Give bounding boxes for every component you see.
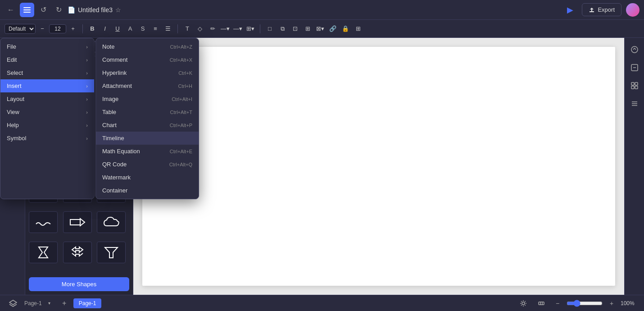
main-menu-button[interactable]	[20, 3, 34, 17]
italic-button[interactable]: I	[99, 23, 111, 35]
menu-item-edit[interactable]: Edit ›	[0, 53, 94, 66]
main-area: Symbols Graphs T Text More	[0, 38, 644, 295]
shape-cloud[interactable]	[97, 211, 126, 233]
shape-arrow-rect[interactable]	[63, 211, 92, 233]
stroke-button[interactable]: —▾	[232, 23, 244, 35]
shape-funnel[interactable]	[97, 242, 126, 263]
font-size-increase[interactable]: +	[67, 23, 79, 35]
font-color-button[interactable]: A	[124, 23, 136, 35]
add-page-button[interactable]: +	[59, 298, 70, 309]
insert-submenu: Note Ctrl+Alt+Z Comment Ctrl+Alt+X Hyper…	[95, 38, 199, 199]
zoom-out-button[interactable]: −	[552, 298, 563, 309]
page-name: Page-1	[24, 300, 42, 306]
submenu-hyperlink[interactable]: Hyperlink Ctrl+K	[96, 66, 199, 79]
svg-rect-2	[23, 12, 31, 13]
sep2	[177, 24, 178, 33]
menu-item-file[interactable]: File ›	[0, 40, 94, 53]
menu-item-insert[interactable]: Insert ›	[0, 79, 94, 92]
text-tool-button[interactable]: T	[181, 23, 193, 35]
submenu-timeline[interactable]: Timeline	[96, 132, 199, 145]
strikethrough-button[interactable]: S	[137, 23, 149, 35]
top-bar-left: ← ↺ ↻ 📄 Untitled file3 ☆	[5, 3, 121, 17]
menu-item-symbol[interactable]: Symbol ›	[0, 132, 94, 145]
table-button[interactable]: ⊞	[352, 23, 364, 35]
star-icon[interactable]: ☆	[115, 6, 121, 14]
bold-button[interactable]: B	[86, 23, 98, 35]
submenu-chart[interactable]: Chart Ctrl+Alt+P	[96, 119, 199, 132]
right-grid-button[interactable]	[626, 78, 643, 94]
shape-copy-button[interactable]: ⧉	[277, 23, 288, 35]
line-style-button[interactable]: —▾	[219, 23, 231, 35]
svg-rect-43	[631, 86, 634, 89]
menu-item-help[interactable]: Help ›	[0, 119, 94, 132]
canvas-area[interactable]	[133, 38, 624, 295]
menu-item-select[interactable]: Select ›	[0, 66, 94, 79]
svg-point-49	[522, 302, 525, 305]
right-properties-button[interactable]	[626, 41, 643, 58]
border-button[interactable]: ⊞▾	[245, 23, 256, 35]
svg-rect-50	[539, 302, 544, 305]
back-button[interactable]: ←	[5, 4, 17, 16]
font-size-decrease[interactable]: −	[36, 23, 48, 35]
font-family-select[interactable]: Default	[5, 24, 36, 34]
submenu-comment[interactable]: Comment Ctrl+Alt+X	[96, 53, 199, 66]
shape-hourglass[interactable]	[29, 242, 58, 263]
canvas-content	[142, 47, 615, 286]
link-button[interactable]: 🔗	[327, 23, 339, 35]
svg-rect-0	[23, 7, 31, 8]
shape-fit-button[interactable]: ⊡	[289, 23, 301, 35]
bottom-left-icons	[5, 297, 21, 309]
page-dropdown-arrow[interactable]: ▾	[44, 297, 55, 309]
zoom-level: 100%	[621, 300, 639, 306]
zoom-in-button[interactable]: +	[606, 298, 617, 309]
fill-button[interactable]: ◇	[194, 23, 206, 35]
dropdown-overlay: File › Edit › Select › Insert › Layout ›…	[0, 38, 199, 199]
undo-button[interactable]: ↺	[37, 4, 50, 16]
shape-expand-button[interactable]: ⊞	[302, 23, 313, 35]
submenu-image[interactable]: Image Ctrl+Alt+I	[96, 92, 199, 105]
align-button[interactable]: ≡	[150, 23, 161, 35]
shape-double-arrow[interactable]	[63, 242, 92, 263]
svg-rect-1	[23, 9, 31, 10]
svg-rect-41	[631, 82, 634, 85]
right-sidebar	[624, 38, 644, 295]
lock-button[interactable]: 🔒	[340, 23, 351, 35]
menu-item-view[interactable]: View ›	[0, 105, 94, 119]
toolbar-tools-group: T ◇ ✏ —▾ —▾ ⊞▾	[181, 23, 256, 35]
submenu-watermark[interactable]: Watermark	[96, 171, 199, 184]
bottom-settings-button[interactable]	[516, 298, 531, 309]
svg-rect-36	[70, 220, 80, 225]
top-bar: ← ↺ ↻ 📄 Untitled file3 ☆ ▶ Export	[0, 0, 644, 20]
submenu-note[interactable]: Note Ctrl+Alt+Z	[96, 40, 199, 53]
submenu-table[interactable]: Table Ctrl+Alt+T	[96, 105, 199, 119]
submenu-attachment[interactable]: Attachment Ctrl+H	[96, 79, 199, 92]
submenu-qr-code[interactable]: QR Code Ctrl+Alt+Q	[96, 158, 199, 171]
shadow-button[interactable]: □	[264, 23, 276, 35]
underline-button[interactable]: U	[112, 23, 123, 35]
submenu-container[interactable]: Container	[96, 184, 199, 197]
font-size-input[interactable]: 12	[51, 26, 64, 32]
svg-point-38	[631, 46, 638, 53]
submenu-math-equation[interactable]: Math Equation Ctrl+Alt+E	[96, 145, 199, 158]
shape-wave[interactable]	[29, 211, 58, 233]
export-button[interactable]: Export	[582, 3, 621, 16]
layers-button[interactable]	[5, 297, 21, 309]
right-format-button[interactable]	[626, 59, 643, 76]
pen-button[interactable]: ✏	[207, 23, 218, 35]
right-list-button[interactable]	[626, 96, 643, 112]
menu-item-layout[interactable]: Layout ›	[0, 92, 94, 105]
more-shapes-button[interactable]: More Shapes	[29, 277, 129, 291]
font-size-group: 12	[49, 24, 66, 33]
redo-button[interactable]: ↻	[52, 4, 65, 16]
zoom-slider[interactable]	[567, 300, 603, 307]
page-tab-1[interactable]: Page-1	[73, 298, 102, 308]
arrange-button[interactable]: ⊠▾	[314, 23, 326, 35]
bottom-fullscreen-button[interactable]	[534, 298, 549, 309]
play-button[interactable]: ▶	[563, 3, 577, 17]
sep3	[260, 24, 260, 33]
top-bar-right: ▶ Export	[563, 3, 639, 17]
user-avatar[interactable]	[626, 3, 639, 17]
file-title-group: 📄 Untitled file3 ☆	[68, 6, 121, 14]
list-button[interactable]: ☰	[162, 23, 174, 35]
svg-rect-42	[635, 82, 638, 85]
